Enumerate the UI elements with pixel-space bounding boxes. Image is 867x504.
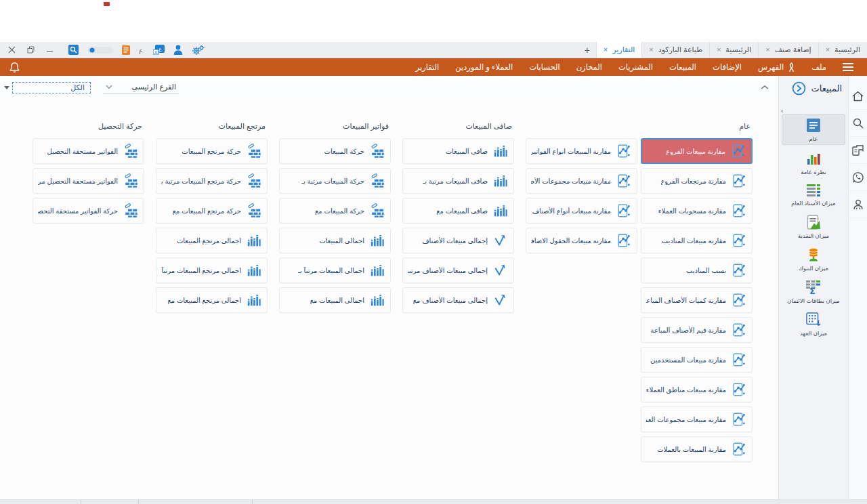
caret-down-icon[interactable] (4, 86, 9, 89)
report-tile[interactable]: الفواتير مستحقة التحصيل (33, 138, 144, 164)
sidebar-expander-icon[interactable]: › (781, 107, 783, 114)
rail-search-button[interactable] (849, 110, 867, 137)
report-tile[interactable]: مقارنة مبيعات المناديب (641, 228, 753, 253)
tab-item[interactable]: إضافة صنف× (758, 42, 818, 58)
report-tile[interactable]: مقارنة مبيعات مجموعات الأصناف (526, 168, 637, 194)
report-tile[interactable]: مقارنة مبيعات مجموعات العملاء (641, 406, 753, 432)
group-columns: حركة مرتجع المبيعاتحركة مرتجع المبيعات م… (156, 138, 268, 313)
bell-icon[interactable] (5, 62, 24, 73)
hamburger-icon[interactable] (834, 63, 862, 71)
gears-icon[interactable] (192, 45, 205, 56)
sidebar-item[interactable]: Σميزان بطاقات الائتمان (782, 276, 845, 306)
menu-item-ملف[interactable]: ملف (803, 62, 834, 72)
report-tile[interactable]: حركة الفواتير مستحقة التحصيل مع (33, 198, 144, 224)
sidebar-item[interactable]: نظرة عامة (782, 148, 845, 177)
report-tile[interactable]: صافى المبيعات (402, 138, 514, 164)
notes-orange-icon[interactable] (122, 45, 130, 55)
report-tile[interactable]: مقارنة كميات الأصناف المباعة (641, 287, 753, 313)
report-tile-label: مقارنة مسحوبات العملاء (658, 207, 726, 215)
report-tile[interactable]: الفواتير مستحقة التحصيل مرتبة بـ (33, 168, 144, 194)
tab-item[interactable]: الرئيسية× (709, 42, 758, 58)
report-tile[interactable]: إجمالى مبيعات الأصناف مرتبة بـ (402, 257, 514, 283)
menu-item-العملاء و الموردين[interactable]: العملاء و الموردين (447, 62, 521, 72)
report-tile[interactable]: مقارنة قيم الأصناف المباعة (641, 317, 753, 343)
report-tile[interactable]: اجمالى المبيعات مع (279, 287, 391, 313)
search-box-icon[interactable] (68, 45, 79, 55)
report-tile[interactable]: اجمالى مرتجع المبيعات مرتبآ بـ (156, 257, 268, 283)
sidebar-back-icon[interactable] (792, 81, 806, 96)
report-tile[interactable]: حركة المبيعات مرتبة بـ (279, 168, 391, 194)
tab-item[interactable]: الرئيسية× (818, 42, 867, 58)
collapse-toolbar-icon[interactable] (761, 85, 769, 90)
tab-item[interactable]: طباعة الباركود× (641, 42, 709, 58)
report-tile[interactable]: مقارنة مبيعات المستخدمين (641, 347, 753, 373)
scope-select[interactable]: الكل (12, 82, 91, 93)
restore-icon[interactable] (27, 46, 35, 54)
report-tile[interactable]: اجمالى مرتجع المبيعات (156, 228, 268, 253)
report-tile[interactable]: إجمالى مبيعات الأصناف (402, 228, 514, 253)
report-tile[interactable]: صافى المبيعات مع (402, 198, 514, 224)
report-tile[interactable]: مقارنة مبيعات مناطق العملاء (641, 377, 753, 402)
tab-close-icon[interactable]: × (765, 46, 769, 54)
tab-label: التقارير (612, 45, 635, 54)
tab-close-icon[interactable]: × (604, 46, 608, 54)
sidebar-item[interactable]: ميزان الأستاذ العام (782, 180, 845, 209)
group-columns: مقارنة مبيعات الفروعمقارنة مرتجعات الفرو… (526, 138, 753, 462)
report-tile[interactable]: حركة المبيعات مع (279, 198, 391, 224)
report-tile[interactable]: نسب المناديب (641, 257, 753, 283)
report-tile[interactable]: مقارنة مرتجعات الفروع (641, 168, 753, 194)
menu-item-التقارير[interactable]: التقارير (408, 62, 448, 72)
report-tile[interactable]: مقارنة مبيعات الحقول الاضافية (526, 228, 637, 253)
report-tile[interactable]: مقارنة مسحوبات العملاء (641, 198, 753, 224)
sidebar-item[interactable]: عام (782, 114, 845, 145)
new-tab-button[interactable]: + (578, 42, 596, 58)
report-tile[interactable]: حركة مرتجع المبيعات مع (156, 198, 268, 224)
report-tile-label: مقارنة مبيعات الحقول الاضافية (531, 237, 611, 245)
sidebar-item[interactable]: ميزان البنوك (782, 244, 845, 274)
menu-item-المخازن[interactable]: المخازن (568, 62, 610, 72)
rail-home-button[interactable] (849, 83, 867, 110)
report-group: فواتير المبيعاتحركة المبيعاتحركة المبيعا… (279, 122, 391, 313)
tile-column: صافى المبيعاتصافى المبيعات مرتبة بـصافى … (402, 138, 514, 313)
report-tile-label: الفواتير مستحقة التحصيل (47, 148, 118, 155)
menu-item-الفهرس[interactable]: الفهرس (750, 62, 803, 72)
report-tile[interactable]: إجمالى مبيعات الأصناف مع (402, 287, 514, 313)
work-area: المبيعات › عامنظرة عامةميزان الأستاذ الع… (0, 76, 867, 499)
translate-icon[interactable]: عA (153, 45, 165, 55)
lang-letter-icon[interactable]: ع (139, 46, 144, 54)
report-tile[interactable]: حركة مرتجع المبيعات (156, 138, 268, 164)
group-columns: الفواتير مستحقة التحصيلالفواتير مستحقة ا… (33, 138, 144, 224)
report-tile[interactable]: حركة المبيعات (279, 138, 391, 164)
sidebar-item-label: ميزان النقدية (798, 232, 829, 239)
report-tile[interactable]: مقارنة المبيعات انواع الفواتير (526, 138, 637, 164)
tab-close-icon[interactable]: × (649, 46, 653, 54)
report-tile[interactable]: اجمالى مرتجع المبيعات مع (156, 287, 268, 313)
report-tile[interactable]: اجمالى المبيعات مرتبآ بـ (279, 257, 391, 283)
report-tile[interactable]: اجمالى المبيعات (279, 228, 391, 253)
tab-close-icon[interactable]: × (717, 46, 721, 54)
equalizer-bars-icon (246, 293, 262, 307)
tab-close-icon[interactable]: × (826, 46, 830, 54)
sidebar-item[interactable]: ميزان العهد (782, 309, 845, 339)
menu-item-الإضافات[interactable]: الإضافات (704, 62, 750, 72)
user-blue-icon[interactable] (173, 45, 183, 55)
report-tile[interactable]: مقارنة مبيعات الفروع (641, 138, 753, 164)
tab-active[interactable]: التقارير× (596, 42, 642, 58)
rail-documents-button[interactable] (849, 137, 867, 164)
report-tile[interactable]: صافى المبيعات مرتبة بـ (402, 168, 514, 194)
close-icon[interactable] (8, 46, 16, 54)
branch-select[interactable]: الفرع الرئيسي (103, 81, 179, 93)
rail-user-button[interactable] (849, 191, 867, 218)
menu-item-الحسابات[interactable]: الحسابات (521, 62, 568, 72)
rail-whatsapp-button[interactable] (849, 164, 867, 191)
report-tile[interactable]: مقارنة مبيعات أنواع الأصناف (526, 198, 637, 224)
sidebar-item[interactable]: ميزان النقدية (782, 211, 845, 241)
menu-item-المشتريات[interactable]: المشتريات (610, 62, 661, 72)
window-titlebar (0, 0, 867, 42)
report-group: صافى المبيعاتصافى المبيعاتصافى المبيعات … (402, 122, 514, 313)
toggle-switch-icon[interactable] (87, 46, 113, 54)
report-tile[interactable]: مقارنة المبيعات بالعملات (641, 436, 753, 462)
menu-item-المبيعات[interactable]: المبيعات (661, 62, 704, 72)
report-tile[interactable]: حركة مرتجع المبيعات مرتبة بـ (156, 168, 268, 194)
minimize-icon[interactable] (46, 46, 54, 54)
